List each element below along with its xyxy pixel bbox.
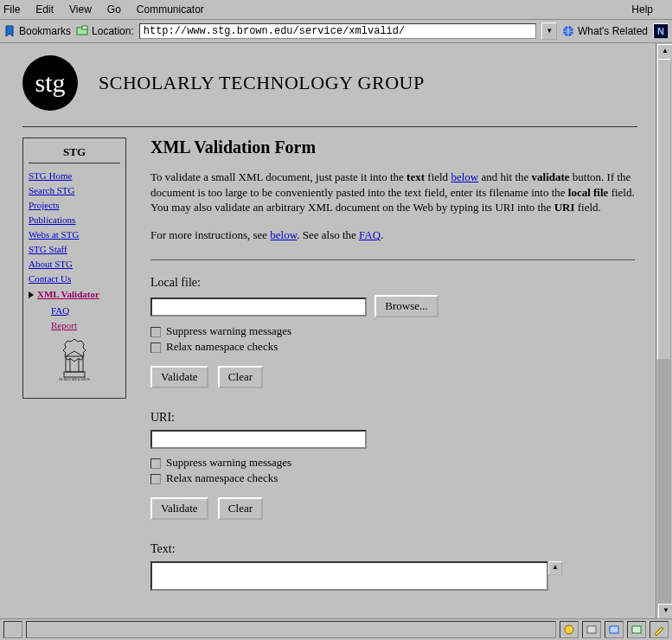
bookmarks-label: Bookmarks xyxy=(19,25,71,37)
clear-button-1[interactable]: Clear xyxy=(218,366,263,388)
location-input[interactable] xyxy=(139,23,536,39)
status-security-icon[interactable] xyxy=(3,621,22,638)
whats-related-button[interactable]: What's Related xyxy=(562,25,648,38)
status-message xyxy=(26,621,556,638)
site-title: SCHOLARLY TECHNOLOGY GROUP xyxy=(99,72,425,94)
bookmarks-button[interactable]: Bookmarks xyxy=(3,25,71,38)
checkbox-suppress-2[interactable] xyxy=(150,458,161,469)
whats-related-label: What's Related xyxy=(578,25,648,37)
location-icon xyxy=(76,25,88,38)
sidebar-title: STG xyxy=(29,145,120,163)
main: XML Validation Form To validate a small … xyxy=(150,138,637,594)
browse-button[interactable]: Browse... xyxy=(374,295,438,317)
uri-input[interactable] xyxy=(150,430,367,449)
page-title: XML Validation Form xyxy=(150,138,637,157)
svg-rect-10 xyxy=(610,626,618,633)
scroll-up-button[interactable]: ▲ xyxy=(657,44,672,60)
scroll-up-icon[interactable]: ▲ xyxy=(548,561,562,575)
location-label-group: Location: xyxy=(76,25,134,38)
main-scrollbar[interactable]: ▲ ▼ xyxy=(656,43,672,621)
sidebar-link-home[interactable]: STG Home xyxy=(29,170,120,181)
menu-go[interactable]: Go xyxy=(107,3,121,16)
svg-rect-11 xyxy=(632,626,641,633)
status-icon-3[interactable] xyxy=(605,621,624,638)
checkbox-relax-1[interactable] xyxy=(150,342,161,353)
sidebar-link-search[interactable]: Search STG xyxy=(29,185,120,195)
local-file-label: Local file: xyxy=(150,276,637,290)
svg-rect-3 xyxy=(66,356,83,372)
sidebar-link-contact[interactable]: Contact Us xyxy=(29,273,120,284)
page-content: stg SCHOLARLY TECHNOLOGY GROUP STG STG H… xyxy=(0,43,656,621)
text-label: Text: xyxy=(150,542,637,556)
bookmark-icon xyxy=(3,25,16,38)
toolbar: Bookmarks Location: ▾ What's Related N xyxy=(0,20,672,43)
checkbox-relax-2[interactable] xyxy=(150,474,161,484)
status-icon-1[interactable] xyxy=(560,621,579,638)
relax-label-2: Relax namespace checks xyxy=(166,471,278,484)
location-dropdown[interactable]: ▾ xyxy=(541,22,557,40)
local-file-input[interactable] xyxy=(150,298,367,317)
suppress-label-1: Suppress warning messages xyxy=(166,324,291,337)
suppress-label-2: Suppress warning messages xyxy=(166,456,291,469)
menu-view[interactable]: View xyxy=(69,3,92,16)
sidebar-link-projects[interactable]: Projects xyxy=(29,200,120,210)
menubar: File Edit View Go Communicator Help xyxy=(0,0,672,20)
menu-file[interactable]: File xyxy=(3,3,20,16)
sidebar-link-publications[interactable]: Publications xyxy=(29,214,120,225)
uri-label: URI: xyxy=(150,411,637,425)
scroll-track[interactable] xyxy=(657,59,671,605)
scroll-down-button[interactable]: ▼ xyxy=(658,604,672,619)
status-icon-5[interactable] xyxy=(650,621,669,638)
validate-button-2[interactable]: Validate xyxy=(150,497,208,520)
divider xyxy=(22,126,637,127)
menu-edit[interactable]: Edit xyxy=(35,3,54,16)
svg-text:IN DEO SPERAMUS: IN DEO SPERAMUS xyxy=(59,377,90,381)
triangle-icon xyxy=(29,291,34,298)
sidebar-link-xmlvalidator[interactable]: XML Validator xyxy=(37,289,99,299)
netscape-badge[interactable]: N xyxy=(653,23,669,39)
sidebar-link-faq[interactable]: FAQ xyxy=(51,305,120,316)
link-faq[interactable]: FAQ xyxy=(359,228,381,241)
text-input[interactable] xyxy=(150,561,548,591)
link-below-2[interactable]: below xyxy=(270,228,297,241)
sidebar-link-report[interactable]: Report xyxy=(51,320,120,330)
status-icon-4[interactable] xyxy=(627,621,646,638)
menu-communicator[interactable]: Communicator xyxy=(137,3,204,16)
scroll-thumb[interactable] xyxy=(657,59,671,360)
sidebar-link-staff[interactable]: STG Staff xyxy=(29,244,120,254)
sidebar-link-about[interactable]: About STG xyxy=(29,259,120,269)
validate-button-1[interactable]: Validate xyxy=(150,366,208,388)
checkbox-suppress-1[interactable] xyxy=(150,327,161,337)
location-label: Location: xyxy=(92,25,134,37)
site-logo: stg xyxy=(22,55,78,111)
section-divider xyxy=(150,259,635,260)
link-below-1[interactable]: below xyxy=(451,170,478,183)
statusbar xyxy=(0,618,672,640)
svg-point-8 xyxy=(565,625,573,634)
status-icon-2[interactable] xyxy=(582,621,601,638)
clear-button-2[interactable]: Clear xyxy=(218,497,263,520)
menu-help[interactable]: Help xyxy=(631,3,653,16)
globe-icon xyxy=(562,25,574,38)
svg-rect-1 xyxy=(82,26,87,29)
instructions-paragraph: For more instructions, see below. See al… xyxy=(150,227,635,243)
sidebar-link-webs[interactable]: Webs at STG xyxy=(29,229,120,240)
textarea-scrollbar[interactable]: ▲ xyxy=(548,561,562,594)
brown-crest-icon: IN DEO SPERAMUS xyxy=(29,337,120,387)
sidebar: STG STG Home Search STG Projects Publica… xyxy=(22,138,126,399)
relax-label-1: Relax namespace checks xyxy=(166,340,278,353)
intro-paragraph: To validate a small XML document, just p… xyxy=(150,170,635,215)
svg-rect-9 xyxy=(587,626,596,633)
